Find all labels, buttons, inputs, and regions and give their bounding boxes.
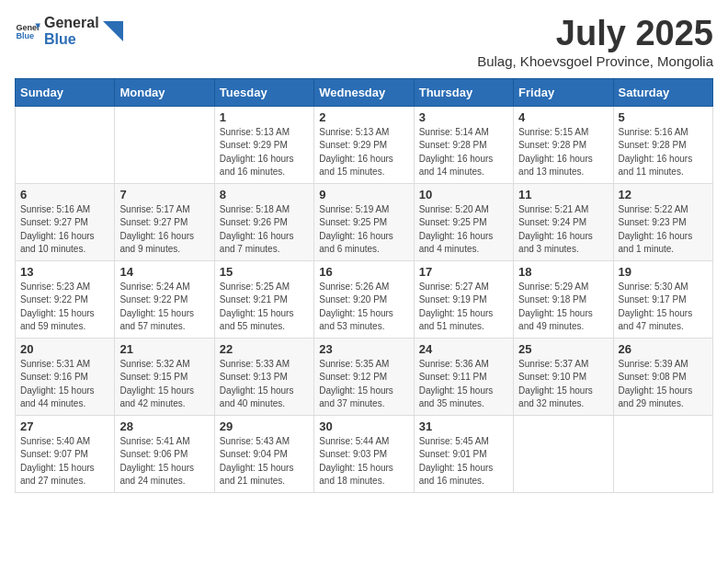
calendar-cell: 24Sunrise: 5:36 AM Sunset: 9:11 PM Dayli… — [414, 338, 513, 415]
calendar-cell: 30Sunrise: 5:44 AM Sunset: 9:03 PM Dayli… — [314, 415, 414, 492]
calendar-cell: 31Sunrise: 5:45 AM Sunset: 9:01 PM Dayli… — [414, 415, 513, 492]
calendar-cell: 17Sunrise: 5:27 AM Sunset: 9:19 PM Dayli… — [414, 260, 513, 338]
column-header-sunday: Sunday — [16, 78, 115, 106]
day-info: Sunrise: 5:44 AM Sunset: 9:03 PM Dayligh… — [319, 435, 408, 488]
day-info: Sunrise: 5:22 AM Sunset: 9:23 PM Dayligh… — [619, 203, 708, 257]
column-header-wednesday: Wednesday — [314, 78, 414, 106]
day-info: Sunrise: 5:31 AM Sunset: 9:16 PM Dayligh… — [20, 358, 109, 411]
day-info: Sunrise: 5:39 AM Sunset: 9:08 PM Dayligh… — [619, 358, 708, 411]
day-number: 2 — [319, 110, 408, 124]
calendar-cell: 28Sunrise: 5:41 AM Sunset: 9:06 PM Dayli… — [115, 415, 214, 492]
calendar-cell: 20Sunrise: 5:31 AM Sunset: 9:16 PM Dayli… — [16, 338, 115, 415]
day-number: 18 — [518, 265, 608, 279]
calendar-cell: 3Sunrise: 5:14 AM Sunset: 9:28 PM Daylig… — [414, 106, 513, 183]
day-number: 12 — [619, 188, 708, 201]
logo-general: General — [44, 15, 99, 31]
column-header-monday: Monday — [115, 78, 214, 106]
calendar-cell: 12Sunrise: 5:22 AM Sunset: 9:23 PM Dayli… — [613, 183, 712, 260]
calendar-cell: 8Sunrise: 5:18 AM Sunset: 9:26 PM Daylig… — [214, 183, 313, 260]
day-number: 22 — [220, 342, 309, 356]
day-number: 20 — [20, 342, 109, 356]
day-number: 21 — [119, 342, 209, 356]
calendar-week-row: 1Sunrise: 5:13 AM Sunset: 9:29 PM Daylig… — [16, 106, 713, 183]
calendar-cell: 2Sunrise: 5:13 AM Sunset: 9:29 PM Daylig… — [314, 106, 414, 183]
page-title: July 2025 — [477, 15, 713, 53]
calendar-cell: 9Sunrise: 5:19 AM Sunset: 9:25 PM Daylig… — [314, 183, 414, 260]
day-info: Sunrise: 5:30 AM Sunset: 9:17 PM Dayligh… — [619, 281, 708, 334]
day-number: 11 — [518, 188, 608, 201]
calendar-cell — [16, 106, 115, 183]
day-number: 17 — [419, 265, 508, 279]
day-number: 14 — [119, 265, 209, 279]
day-number: 26 — [619, 342, 708, 356]
day-info: Sunrise: 5:23 AM Sunset: 9:22 PM Dayligh… — [20, 281, 109, 334]
day-number: 24 — [419, 342, 508, 356]
calendar-week-row: 6Sunrise: 5:16 AM Sunset: 9:27 PM Daylig… — [16, 183, 713, 260]
calendar-week-row: 13Sunrise: 5:23 AM Sunset: 9:22 PM Dayli… — [16, 260, 713, 338]
day-info: Sunrise: 5:33 AM Sunset: 9:13 PM Dayligh… — [220, 358, 309, 411]
calendar-cell: 26Sunrise: 5:39 AM Sunset: 9:08 PM Dayli… — [613, 338, 712, 415]
day-info: Sunrise: 5:45 AM Sunset: 9:01 PM Dayligh… — [419, 435, 508, 488]
day-info: Sunrise: 5:27 AM Sunset: 9:19 PM Dayligh… — [419, 281, 508, 334]
day-info: Sunrise: 5:35 AM Sunset: 9:12 PM Dayligh… — [319, 358, 408, 411]
day-info: Sunrise: 5:16 AM Sunset: 9:27 PM Dayligh… — [20, 203, 109, 257]
page-subtitle: Bulag, Khoevsgoel Province, Mongolia — [477, 53, 713, 69]
calendar-cell: 11Sunrise: 5:21 AM Sunset: 9:24 PM Dayli… — [514, 183, 613, 260]
day-number: 9 — [319, 188, 408, 201]
day-number: 28 — [119, 419, 209, 433]
calendar-header-row: SundayMondayTuesdayWednesdayThursdayFrid… — [16, 78, 713, 106]
column-header-tuesday: Tuesday — [214, 78, 313, 106]
day-number: 16 — [319, 265, 408, 279]
calendar-cell: 6Sunrise: 5:16 AM Sunset: 9:27 PM Daylig… — [16, 183, 115, 260]
calendar-cell: 19Sunrise: 5:30 AM Sunset: 9:17 PM Dayli… — [613, 260, 712, 338]
day-number: 27 — [20, 419, 109, 433]
day-info: Sunrise: 5:25 AM Sunset: 9:21 PM Dayligh… — [220, 281, 309, 334]
day-number: 7 — [119, 188, 209, 201]
day-number: 23 — [319, 342, 408, 356]
calendar-cell: 4Sunrise: 5:15 AM Sunset: 9:28 PM Daylig… — [514, 106, 613, 183]
calendar-cell: 18Sunrise: 5:29 AM Sunset: 9:18 PM Dayli… — [514, 260, 613, 338]
day-info: Sunrise: 5:15 AM Sunset: 9:28 PM Dayligh… — [518, 126, 608, 179]
calendar-cell — [514, 415, 613, 492]
day-number: 19 — [619, 265, 708, 279]
day-number: 5 — [619, 110, 708, 124]
calendar-cell: 21Sunrise: 5:32 AM Sunset: 9:15 PM Dayli… — [115, 338, 214, 415]
calendar-cell: 7Sunrise: 5:17 AM Sunset: 9:27 PM Daylig… — [115, 183, 214, 260]
calendar-table: SundayMondayTuesdayWednesdayThursdayFrid… — [15, 78, 713, 493]
day-info: Sunrise: 5:19 AM Sunset: 9:25 PM Dayligh… — [319, 203, 408, 257]
column-header-saturday: Saturday — [613, 78, 712, 106]
calendar-cell: 29Sunrise: 5:43 AM Sunset: 9:04 PM Dayli… — [214, 415, 313, 492]
day-number: 15 — [220, 265, 309, 279]
day-info: Sunrise: 5:13 AM Sunset: 9:29 PM Dayligh… — [319, 126, 408, 179]
day-info: Sunrise: 5:13 AM Sunset: 9:29 PM Dayligh… — [220, 126, 309, 179]
calendar-cell: 16Sunrise: 5:26 AM Sunset: 9:20 PM Dayli… — [314, 260, 414, 338]
day-number: 8 — [220, 188, 309, 201]
calendar-cell: 5Sunrise: 5:16 AM Sunset: 9:28 PM Daylig… — [613, 106, 712, 183]
day-info: Sunrise: 5:37 AM Sunset: 9:10 PM Dayligh… — [518, 358, 608, 411]
title-area: July 2025 Bulag, Khoevsgoel Province, Mo… — [477, 15, 713, 69]
logo-blue: Blue — [44, 31, 99, 48]
calendar-cell: 27Sunrise: 5:40 AM Sunset: 9:07 PM Dayli… — [16, 415, 115, 492]
calendar-cell: 22Sunrise: 5:33 AM Sunset: 9:13 PM Dayli… — [214, 338, 313, 415]
day-info: Sunrise: 5:17 AM Sunset: 9:27 PM Dayligh… — [119, 203, 209, 257]
day-info: Sunrise: 5:32 AM Sunset: 9:15 PM Dayligh… — [119, 358, 209, 411]
day-number: 4 — [518, 110, 608, 124]
day-info: Sunrise: 5:14 AM Sunset: 9:28 PM Dayligh… — [419, 126, 508, 179]
day-number: 13 — [20, 265, 109, 279]
calendar-cell — [115, 106, 214, 183]
calendar-week-row: 20Sunrise: 5:31 AM Sunset: 9:16 PM Dayli… — [16, 338, 713, 415]
day-number: 10 — [419, 188, 508, 201]
day-number: 29 — [220, 419, 309, 433]
day-info: Sunrise: 5:26 AM Sunset: 9:20 PM Dayligh… — [319, 281, 408, 334]
day-number: 31 — [419, 419, 508, 433]
day-number: 25 — [518, 342, 608, 356]
calendar-cell: 15Sunrise: 5:25 AM Sunset: 9:21 PM Dayli… — [214, 260, 313, 338]
day-info: Sunrise: 5:43 AM Sunset: 9:04 PM Dayligh… — [220, 435, 309, 488]
calendar-week-row: 27Sunrise: 5:40 AM Sunset: 9:07 PM Dayli… — [16, 415, 713, 492]
column-header-friday: Friday — [514, 78, 613, 106]
calendar-cell: 14Sunrise: 5:24 AM Sunset: 9:22 PM Dayli… — [115, 260, 214, 338]
day-info: Sunrise: 5:40 AM Sunset: 9:07 PM Dayligh… — [20, 435, 109, 488]
logo-icon: General Blue — [15, 18, 40, 44]
day-number: 30 — [319, 419, 408, 433]
day-info: Sunrise: 5:18 AM Sunset: 9:26 PM Dayligh… — [220, 203, 309, 257]
